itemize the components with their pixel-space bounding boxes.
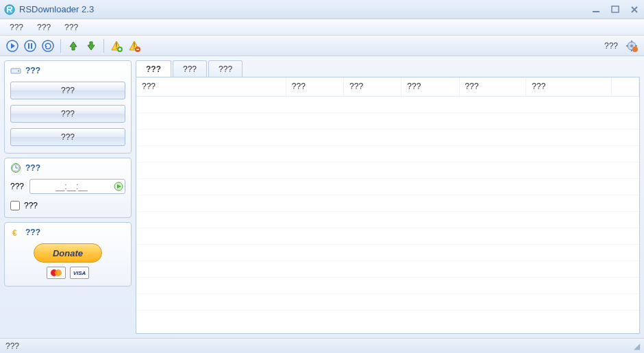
table-row [136, 228, 639, 245]
move-up-button[interactable] [66, 39, 80, 53]
svg-marker-13 [88, 42, 95, 50]
toolbar-separator-2 [103, 39, 104, 53]
pause-button[interactable] [23, 39, 37, 53]
svg-rect-9 [31, 43, 32, 49]
panel2-checkbox[interactable] [10, 201, 20, 210]
panel1-button-1[interactable]: ??? [10, 105, 125, 123]
panel2-title: ??? [25, 163, 40, 173]
menubar: ??? ??? ??? [0, 19, 644, 36]
table-row [136, 130, 639, 146]
table-row [136, 162, 639, 179]
table-row [136, 261, 639, 278]
move-down-button[interactable] [84, 39, 98, 53]
tab-0[interactable]: ??? [136, 60, 171, 77]
clock-icon [10, 162, 21, 173]
svg-rect-8 [28, 43, 29, 49]
svg-marker-11 [45, 45, 47, 48]
minimize-button[interactable] [591, 5, 602, 14]
column-2[interactable]: ??? [344, 77, 401, 96]
sidebar-panel-3: € ??? Donate VISA [4, 222, 132, 287]
refresh-button[interactable] [41, 39, 55, 53]
column-6[interactable] [612, 77, 639, 96]
panel1-button-0[interactable]: ??? [10, 82, 125, 99]
settings-button[interactable] [625, 39, 639, 53]
table-row [136, 146, 639, 162]
maximize-button[interactable] [610, 5, 621, 14]
panel2-check-label: ??? [24, 201, 38, 210]
content-area: ??? ??? ??? ??? ??? ??? ??? ??? ??? [136, 60, 640, 334]
panel1-button-2[interactable]: ??? [10, 128, 125, 146]
svg-rect-2 [612, 6, 619, 12]
tab-bar: ??? ??? ??? [136, 60, 640, 77]
status-text: ??? [5, 341, 19, 351]
toolbar: ! ! ??? [0, 36, 644, 56]
time-apply-icon[interactable] [113, 180, 125, 193]
table-row [136, 195, 639, 212]
svg-text:€: € [12, 228, 17, 238]
titlebar: RSDownloader 2.3 [0, 0, 644, 19]
euro-icon: € [10, 227, 21, 238]
menu-item-0[interactable]: ??? [10, 23, 23, 32]
time-field[interactable] [29, 179, 125, 194]
panel1-title: ??? [25, 66, 40, 75]
statusbar: ??? ◢ [0, 338, 644, 353]
svg-point-24 [630, 45, 633, 47]
table-row [136, 278, 639, 294]
column-3[interactable]: ??? [401, 77, 459, 96]
column-4[interactable]: ??? [460, 77, 527, 96]
drive-icon [10, 65, 21, 76]
panel2-checkbox-row[interactable]: ??? [10, 201, 125, 210]
table-header: ??? ??? ??? ??? ??? ??? [136, 77, 639, 97]
sidebar: ??? ??? ??? ??? ??? ??? ??? [4, 60, 132, 334]
sidebar-panel-2: ??? ??? ??? [4, 158, 132, 218]
table-row [136, 113, 639, 130]
column-5[interactable]: ??? [526, 77, 612, 96]
table-row [136, 294, 639, 311]
sidebar-panel-1: ??? ??? ??? ??? [4, 60, 132, 154]
donate-button[interactable]: Donate [34, 243, 102, 263]
column-0[interactable]: ??? [136, 77, 286, 96]
warning-remove-button[interactable]: ! [127, 39, 141, 53]
tab-1[interactable]: ??? [173, 60, 207, 77]
svg-point-29 [632, 47, 638, 52]
table-body[interactable] [136, 97, 639, 333]
svg-point-41 [55, 269, 62, 276]
visa-icon: VISA [70, 267, 89, 279]
svg-point-31 [18, 71, 19, 72]
panel3-title: ??? [25, 228, 40, 237]
toolbar-right-label: ??? [604, 41, 618, 51]
tab-2[interactable]: ??? [208, 60, 243, 77]
time-label: ??? [10, 182, 24, 191]
download-table: ??? ??? ??? ??? ??? ??? [136, 77, 640, 334]
table-row [136, 245, 639, 261]
table-row [136, 179, 639, 195]
svg-marker-12 [70, 42, 77, 50]
column-1[interactable]: ??? [286, 77, 344, 96]
main-area: ??? ??? ??? ??? ??? ??? ??? [0, 56, 644, 338]
menu-item-2[interactable]: ??? [64, 23, 78, 32]
payment-cards: VISA [10, 267, 125, 279]
svg-point-7 [25, 40, 36, 51]
resize-grip[interactable]: ◢ [634, 341, 639, 351]
toolbar-separator [60, 39, 61, 53]
mastercard-icon [47, 267, 66, 279]
table-row [136, 212, 639, 228]
play-button[interactable] [5, 39, 19, 53]
close-button[interactable] [629, 5, 640, 14]
warning-add-button[interactable]: ! [110, 39, 123, 53]
menu-item-1[interactable]: ??? [37, 23, 51, 32]
window-title: RSDownloader 2.3 [19, 4, 591, 14]
time-input[interactable] [30, 182, 113, 191]
table-row [136, 97, 639, 113]
app-icon [4, 4, 15, 15]
svg-marker-6 [11, 43, 15, 49]
svg-point-10 [42, 40, 53, 51]
